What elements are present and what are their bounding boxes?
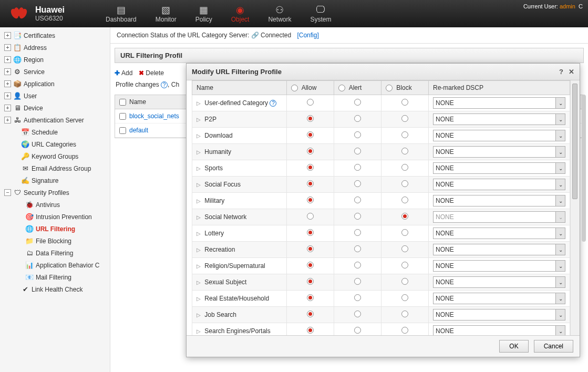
alert-radio[interactable] [354, 115, 361, 122]
sidebar-item[interactable]: +🖧Authentication Server [0, 114, 110, 126]
nav-tab-dashboard[interactable]: ▤Dashboard [96, 2, 146, 25]
allow-radio[interactable] [307, 229, 314, 236]
profile-link[interactable]: default [129, 127, 148, 134]
dscp-select[interactable]: NONE⌄ [433, 113, 565, 125]
expander-icon[interactable]: + [4, 32, 11, 39]
profile-link[interactable]: block_social_nets [129, 112, 179, 120]
dscp-select[interactable]: NONE⌄ [433, 97, 565, 109]
sidebar-item[interactable]: 🗂Data Filtering [0, 247, 110, 259]
allow-radio[interactable] [307, 148, 314, 154]
expander-icon[interactable]: − [4, 189, 11, 196]
sidebar-item[interactable]: 📊Application Behavior C [0, 259, 110, 271]
block-radio[interactable] [401, 99, 408, 106]
block-radio[interactable] [401, 229, 408, 236]
block-radio[interactable] [401, 213, 408, 220]
row-checkbox[interactable] [119, 127, 126, 134]
allow-radio[interactable] [307, 213, 314, 220]
dscp-select[interactable]: NONE⌄ [433, 325, 565, 335]
dscp-select[interactable]: NONE⌄ [433, 309, 565, 321]
nav-tab-policy[interactable]: ▦Policy [186, 2, 222, 25]
sidebar-item[interactable]: +🌐Region [0, 54, 110, 66]
alert-radio[interactable] [354, 180, 361, 187]
allow-radio[interactable] [307, 180, 314, 187]
alert-radio[interactable] [354, 99, 361, 106]
block-radio[interactable] [401, 115, 408, 122]
alert-radio[interactable] [354, 131, 361, 138]
dscp-select[interactable]: NONE⌄ [433, 146, 565, 158]
sidebar-item[interactable]: +📑Certificates [0, 29, 110, 42]
sidebar-item[interactable]: 🐞Antivirus [0, 199, 110, 211]
alert-radio[interactable] [354, 148, 361, 154]
sidebar-item[interactable]: 📅Schedule [0, 126, 110, 138]
chevron-right-icon[interactable]: ▷ [197, 231, 201, 236]
block-radio[interactable] [401, 245, 408, 252]
add-button[interactable]: ✚Add [115, 69, 132, 77]
nav-tab-system[interactable]: 🖵System [301, 2, 341, 25]
allow-radio[interactable] [307, 327, 314, 334]
block-radio[interactable] [401, 311, 408, 317]
chevron-right-icon[interactable]: ▷ [197, 214, 201, 220]
sidebar-item[interactable]: 📧Mail Filtering [0, 271, 110, 283]
select-all-checkbox[interactable] [119, 99, 126, 106]
chevron-right-icon[interactable]: ▷ [197, 263, 201, 269]
block-radio[interactable] [401, 131, 408, 138]
allow-radio[interactable] [307, 262, 314, 268]
chevron-right-icon[interactable]: ▷ [197, 182, 201, 188]
allow-radio[interactable] [307, 99, 314, 106]
chevron-right-icon[interactable]: ▷ [197, 328, 201, 334]
help-icon[interactable]: ? [161, 81, 168, 88]
chevron-right-icon[interactable]: ▷ [197, 280, 201, 285]
block-radio[interactable] [401, 197, 408, 203]
chevron-right-icon[interactable]: ▷ [197, 100, 201, 106]
alert-radio[interactable] [354, 294, 361, 301]
block-radio[interactable] [401, 262, 408, 268]
sidebar-item[interactable]: −🛡Security Profiles [0, 187, 110, 199]
sidebar-item[interactable]: ✍Signature [0, 174, 110, 187]
chevron-right-icon[interactable]: ▷ [197, 296, 201, 302]
alert-radio[interactable] [354, 164, 361, 171]
col-block[interactable]: Block [381, 81, 429, 95]
help-icon[interactable]: ? [559, 68, 563, 76]
chevron-right-icon[interactable]: ▷ [197, 312, 201, 318]
chevron-right-icon[interactable]: ▷ [197, 117, 201, 122]
sidebar-item[interactable]: ✔Link Health Check [0, 283, 110, 295]
col-alert[interactable]: Alert [334, 81, 381, 95]
dscp-select[interactable]: NONE⌄ [433, 244, 565, 255]
sidebar-item[interactable]: +📋Address [0, 42, 110, 54]
alert-radio[interactable] [354, 229, 361, 236]
alert-radio[interactable] [354, 327, 361, 334]
sidebar-item[interactable]: 📁File Blocking [0, 235, 110, 247]
block-radio[interactable] [401, 294, 408, 301]
modal-scrollbar[interactable] [570, 80, 580, 335]
sidebar-item[interactable]: 🌐URL Filtering [0, 223, 110, 235]
dscp-select[interactable]: NONE⌄ [433, 211, 565, 223]
allow-radio[interactable] [307, 164, 314, 171]
ok-button[interactable]: OK [499, 340, 528, 353]
chevron-right-icon[interactable]: ▷ [197, 133, 201, 139]
sidebar-item[interactable]: +⚙Service [0, 66, 110, 78]
nav-tab-network[interactable]: ⚇Network [259, 2, 301, 25]
allow-radio[interactable] [307, 311, 314, 317]
chevron-right-icon[interactable]: ▷ [197, 247, 201, 253]
chevron-right-icon[interactable]: ▷ [197, 166, 201, 171]
delete-button[interactable]: ✖Delete [139, 69, 164, 77]
expander-icon[interactable]: + [4, 92, 11, 99]
expander-icon[interactable]: + [4, 56, 11, 63]
sidebar-item[interactable]: +👤User [0, 90, 110, 102]
sidebar-item[interactable]: 🔑Keyword Groups [0, 150, 110, 162]
dscp-select[interactable]: NONE⌄ [433, 130, 565, 141]
alert-radio[interactable] [354, 197, 361, 203]
dscp-select[interactable]: NONE⌄ [433, 260, 565, 272]
help-icon[interactable]: ? [270, 100, 276, 107]
nav-tab-monitor[interactable]: ▧Monitor [146, 2, 186, 25]
dscp-select[interactable]: NONE⌄ [433, 276, 565, 288]
nav-tab-object[interactable]: ◉Object [222, 2, 259, 25]
block-radio[interactable] [401, 278, 408, 285]
expander-icon[interactable]: + [4, 80, 11, 87]
dscp-select[interactable]: NONE⌄ [433, 228, 565, 239]
page-scrollbar[interactable] [582, 95, 586, 242]
allow-radio[interactable] [307, 131, 314, 138]
chevron-right-icon[interactable]: ▷ [197, 198, 201, 204]
allow-radio[interactable] [307, 197, 314, 203]
chevron-right-icon[interactable]: ▷ [197, 149, 201, 155]
